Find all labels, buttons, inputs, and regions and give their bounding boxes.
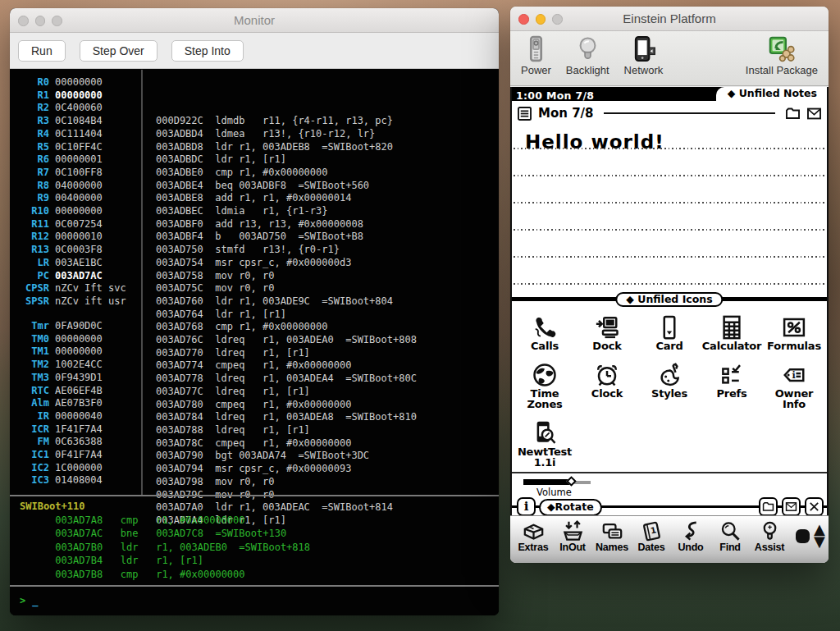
register-name: Alm (10, 397, 49, 410)
app-calculator[interactable]: Calculator (701, 315, 763, 355)
zoom-button[interactable] (52, 16, 62, 26)
toolbar-button-label: Backlight (566, 64, 609, 76)
monitor-titlebar[interactable]: Monitor (10, 8, 499, 33)
unfiled-icons-tab[interactable]: ◆ Unfiled Icons (615, 292, 723, 307)
R5: R5 0C10FF4C (10, 141, 139, 154)
step-into-button[interactable]: Step Into (171, 40, 244, 62)
dock-button-label: Extras (518, 542, 548, 553)
note-date[interactable]: Mon 7/8 (538, 106, 594, 121)
app-card[interactable]: Card (638, 315, 701, 355)
step-over-button[interactable]: Step Over (80, 40, 158, 62)
app-time-zones[interactable]: Time Zones (514, 363, 576, 414)
IR: IR 00000040 (10, 410, 139, 423)
scroll-arrows[interactable]: ▲ ▼ (814, 523, 825, 547)
envelope-icon[interactable] (806, 106, 822, 121)
app-calls[interactable]: Calls (514, 315, 576, 355)
disassembly-line: 003AD774 cmpeq r1, #0x00000000 (156, 359, 417, 373)
filing-button[interactable] (759, 497, 778, 515)
scroll-down-icon[interactable]: ▼ (814, 535, 825, 547)
dock-find[interactable]: Find (710, 520, 750, 553)
app-prefs[interactable]: Prefs (701, 363, 763, 414)
folder-icon[interactable] (785, 106, 801, 121)
einstein-window: Einstein Platform Power Backlight Networ… (510, 7, 829, 563)
newton-button-bar: Extras InOut Names 1 Dates (510, 515, 829, 563)
disassembly-line: 003AD760 ldr r1, 003ADE9C =SWIBoot+804 (156, 295, 417, 309)
note-header: Mon 7/8 (512, 101, 827, 126)
rotate-button[interactable]: ◆Rotate (539, 499, 602, 516)
register-name: R7 (10, 167, 49, 180)
info-button[interactable]: i (517, 497, 536, 515)
note-canvas[interactable]: Hello world! (512, 126, 827, 295)
LR: LR 003AE1BC (10, 257, 139, 270)
close-button[interactable] (518, 14, 529, 25)
note-ruled-line (514, 256, 825, 258)
einstein-titlebar[interactable]: Einstein Platform (510, 7, 829, 31)
RTC: RTC AE06EF4B (10, 385, 139, 398)
R7: R7 0C100FF8 (10, 167, 139, 180)
register-value: 0FA90D0C (55, 320, 103, 333)
TM1: TM1 00000000 (10, 345, 139, 359)
app-newttest[interactable]: NewtTest 1.1i (514, 421, 576, 472)
app-formulas[interactable]: Formulas (763, 315, 825, 355)
minimize-button[interactable] (536, 14, 546, 25)
newton-screen: 1:00 Mon 7/8 ◆ Unfiled Notes Mon 7/8 Hel… (510, 87, 829, 515)
register-name: IC1 (10, 449, 49, 462)
Tmr: Tmr 0FA90D0C (10, 320, 139, 333)
R3: R3 0C1084B4 (10, 115, 139, 128)
PC: PC 003AD7AC (10, 270, 139, 283)
newton-bottom-toolbar: i ◆Rotate (512, 496, 827, 515)
app-clock[interactable]: Clock (576, 363, 638, 414)
prefs-icon (719, 363, 744, 387)
register-name: Tmr (10, 320, 49, 333)
close-box-button[interactable] (805, 497, 824, 515)
disassembly-line: 000D922C ldmdb r11, {r4-r11, r13, pc} (156, 115, 417, 128)
zoom-button[interactable] (552, 14, 563, 25)
command-prompt[interactable]: >_ (20, 595, 38, 608)
dock-button-label: Undo (678, 542, 703, 553)
app-styles[interactable]: Styles (638, 363, 701, 414)
pen-dot-button[interactable] (796, 529, 810, 543)
app-owner-info[interactable]: i Owner Info (763, 363, 825, 414)
dock-inout[interactable]: InOut (553, 520, 592, 553)
dock-names[interactable]: Names (592, 520, 632, 553)
menu-icon[interactable] (517, 106, 532, 121)
dock-button-label: Find (719, 542, 741, 553)
register-name: R3 (10, 115, 49, 128)
dock-button-label: Assist (755, 542, 784, 553)
IC3: IC3 01408004 (10, 474, 139, 487)
backlight-button[interactable]: Backlight (566, 35, 609, 76)
install-package-button[interactable]: Install Package (746, 35, 818, 76)
R4: R4 0C111404 (10, 128, 139, 141)
unfiled-notes-tab[interactable]: ◆ Unfiled Notes (716, 87, 827, 101)
R11: R11 0C007254 (10, 218, 139, 231)
register-value: 0C0003F8 (55, 244, 103, 257)
text-cursor: _ (32, 595, 38, 606)
minimize-button[interactable] (35, 16, 46, 26)
register-name: R6 (10, 153, 49, 167)
app-dock[interactable]: Dock (576, 315, 638, 355)
disassembly-line: 003AD768 cmp r1, #0x00000000 (156, 321, 417, 334)
register-value: 00000000 (55, 205, 103, 218)
envelope-icon (785, 501, 797, 513)
register-value: 1002E4CC (55, 359, 103, 372)
dock-extras[interactable]: Extras (514, 520, 553, 553)
register-name: LR (10, 257, 49, 270)
network-button[interactable]: Network (624, 35, 664, 76)
run-button[interactable]: Run (18, 40, 66, 62)
dock-undo[interactable]: Undo (671, 520, 710, 553)
register-name: R4 (10, 128, 49, 141)
dock-assist[interactable]: Assist (750, 520, 789, 553)
register-value: 0C007254 (55, 218, 103, 231)
code-line: 003AD7A8 cmp r1, #0x00000000 (20, 514, 310, 528)
close-button[interactable] (18, 16, 29, 26)
power-button[interactable]: Power (521, 35, 551, 76)
routing-button[interactable] (782, 497, 801, 515)
dock-dates[interactable]: 1 Dates (632, 520, 671, 553)
disassembly-line: 003ADBD8 ldr r1, 003ADEB8 =SWIBoot+820 (156, 141, 417, 154)
backlight-icon (574, 35, 601, 62)
IC2: IC2 1C000000 (10, 462, 139, 475)
register-name: R9 (10, 192, 49, 205)
ICR: ICR 1F41F7A4 (10, 423, 139, 437)
svg-text:1: 1 (649, 525, 656, 535)
svg-text:i: i (792, 369, 796, 381)
